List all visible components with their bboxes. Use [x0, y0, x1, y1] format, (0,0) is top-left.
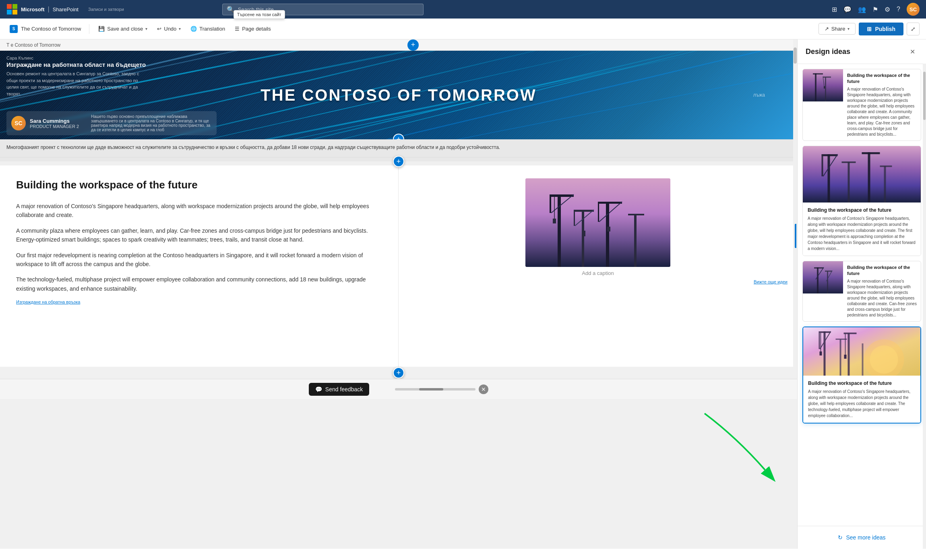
svg-rect-31 — [634, 215, 637, 267]
page-title-bar: T e Contoso of Tomorrow + — [0, 39, 797, 51]
svg-rect-49 — [822, 156, 823, 176]
chat-icon[interactable]: 💬 — [843, 6, 852, 13]
svg-rect-32 — [628, 214, 644, 215]
panel-scrollbar-thumb — [923, 72, 926, 120]
design-card-4-title: Building the workspace of the future — [808, 380, 916, 387]
article-image — [525, 178, 670, 267]
design-card-3-svg — [803, 261, 843, 293]
design-card-2-svg — [803, 146, 921, 203]
bottom-feedback-bar: 💬 Send feedback ✕ — [0, 379, 797, 399]
hero-section: Сара Кълинс Изграждане на работната обла… — [0, 51, 797, 139]
article-title: Building the workspace of the future — [16, 178, 382, 192]
svg-rect-55 — [884, 166, 886, 203]
people-icon[interactable]: 👥 — [858, 6, 866, 13]
design-card-4-desc: A major renovation of Contoso's Singapor… — [808, 388, 916, 419]
svg-rect-74 — [844, 333, 857, 334]
svg-rect-71 — [840, 339, 841, 376]
brand-label: The Contoso of Tomorrow — [21, 26, 81, 32]
main-layout: T e Contoso of Tomorrow + — [0, 39, 926, 549]
refresh-icon: ↻ — [838, 534, 843, 541]
add-section-article-bottom-button[interactable]: + — [393, 367, 404, 378]
ms-logo-area[interactable]: Microsoft | SharePoint — [6, 4, 79, 15]
design-ideas-panel: Design ideas ✕ — [797, 39, 926, 549]
share-button[interactable]: ↗ Share ▾ — [819, 23, 856, 35]
hero-heading: Изграждане на работната област на бъдеще… — [6, 61, 147, 68]
page-details-label: Page details — [242, 26, 271, 32]
send-feedback-button[interactable]: 💬 Send feedback — [309, 383, 369, 396]
design-card-1-text: Building the workspace of the future A m… — [843, 69, 921, 141]
page-details-icon: ☰ — [235, 26, 240, 32]
svg-rect-61 — [825, 271, 832, 272]
hero-body: Основен ремонт на централата в Сингапур … — [6, 70, 147, 97]
design-card-1[interactable]: Building the workspace of the future A m… — [802, 69, 921, 141]
svg-rect-1 — [12, 4, 17, 9]
svg-rect-69 — [819, 333, 820, 349]
panel-footer: ↻ See more ideas — [798, 526, 926, 549]
system-tooltip: Търсене на този сайт — [234, 10, 285, 19]
design-card-3-desc: A major renovation of Contoso's Singapor… — [847, 279, 917, 318]
add-section-bottom-button[interactable]: + — [393, 156, 404, 167]
text-snippet: Многофазният проект с технологии ще даде… — [6, 144, 791, 151]
panel-title: Design ideas — [806, 48, 850, 56]
ms-product: SharePoint — [53, 6, 79, 12]
settings-icon[interactable]: ⚙ — [885, 6, 890, 13]
scroll-thumb — [419, 388, 443, 391]
ms-logo-icon — [6, 4, 18, 15]
toolbar: S The Contoso of Tomorrow 💾 Save and clo… — [0, 19, 926, 39]
svg-rect-29 — [598, 204, 599, 222]
panel-content[interactable]: Building the workspace of the future A m… — [798, 64, 926, 526]
design-card-4-text: Building the workspace of the future A m… — [803, 376, 920, 423]
help-icon[interactable]: ? — [897, 6, 900, 13]
page-scrollbar-thumb — [794, 48, 797, 64]
article-bottom-separator: + — [0, 367, 797, 379]
svg-rect-54 — [862, 152, 880, 154]
page-scrollbar[interactable] — [793, 39, 797, 549]
collapse-icon: ⤢ — [911, 26, 916, 32]
author-desc: Нашето първо основно превъплощение набли… — [91, 114, 212, 132]
avatar[interactable]: SC — [907, 3, 920, 16]
svg-rect-42 — [825, 77, 826, 101]
panel-close-button[interactable]: ✕ — [907, 46, 918, 57]
save-close-button[interactable]: 💾 Save and close ▾ — [94, 23, 151, 34]
add-top-button[interactable]: + — [407, 39, 419, 51]
see-more-label: See more ideas — [846, 534, 885, 541]
panel-scrollbar[interactable] — [923, 64, 926, 549]
crane-svg — [525, 178, 670, 267]
page-title: T e Contoso of Tomorrow — [6, 42, 60, 48]
design-card-2[interactable]: Building the workspace of the future A m… — [802, 146, 921, 256]
article-left: Building the workspace of the future A m… — [0, 165, 399, 367]
publish-button[interactable]: ⊞ Publish — [859, 23, 903, 35]
author-name: Sara Cummings — [30, 118, 79, 124]
close-scroll-button[interactable]: ✕ — [479, 384, 488, 394]
see-ideas-link[interactable]: Вижте още идеи — [754, 279, 788, 284]
svg-rect-47 — [828, 154, 830, 203]
svg-rect-57 — [803, 261, 843, 293]
design-card-3[interactable]: Building the workspace of the future A m… — [802, 261, 921, 322]
article-feedback-link[interactable]: Изграждане на обратна връзка — [16, 300, 382, 304]
article-para-1: A major renovation of Contoso's Singapor… — [16, 202, 382, 220]
svg-rect-36 — [553, 219, 556, 223]
page-canvas: T e Contoso of Tomorrow + — [0, 39, 797, 549]
design-card-2-title: Building the workspace of the future — [808, 207, 916, 214]
share-caret: ▾ — [847, 27, 850, 31]
design-card-4[interactable]: Building the workspace of the future A m… — [802, 326, 921, 424]
image-caption[interactable]: Add a caption — [582, 270, 614, 276]
toolbar-brand[interactable]: S The Contoso of Tomorrow — [6, 23, 84, 35]
page-content[interactable]: T e Contoso of Tomorrow + — [0, 39, 797, 549]
svg-rect-18 — [525, 178, 670, 267]
undo-button[interactable]: ↩ Undo ▾ — [153, 23, 185, 34]
svg-rect-48 — [822, 154, 838, 156]
translation-button[interactable]: 🌐 Translation — [186, 23, 229, 34]
flag-icon[interactable]: ⚑ — [872, 6, 878, 13]
design-card-3-text: Building the workspace of the future A m… — [843, 261, 921, 321]
design-card-2-text: Building the workspace of the future A m… — [803, 203, 921, 256]
grid-icon[interactable]: ⊞ — [832, 6, 837, 13]
undo-icon: ↩ — [157, 26, 161, 32]
svg-rect-3 — [12, 10, 17, 14]
panel-header: Design ideas ✕ — [798, 39, 926, 64]
see-more-button[interactable]: ↻ See more ideas — [831, 531, 892, 544]
publish-icon: ⊞ — [867, 26, 872, 32]
page-details-button[interactable]: ☰ Page details — [231, 23, 275, 34]
collapse-button[interactable]: ⤢ — [907, 23, 920, 35]
svg-rect-79 — [844, 355, 847, 359]
